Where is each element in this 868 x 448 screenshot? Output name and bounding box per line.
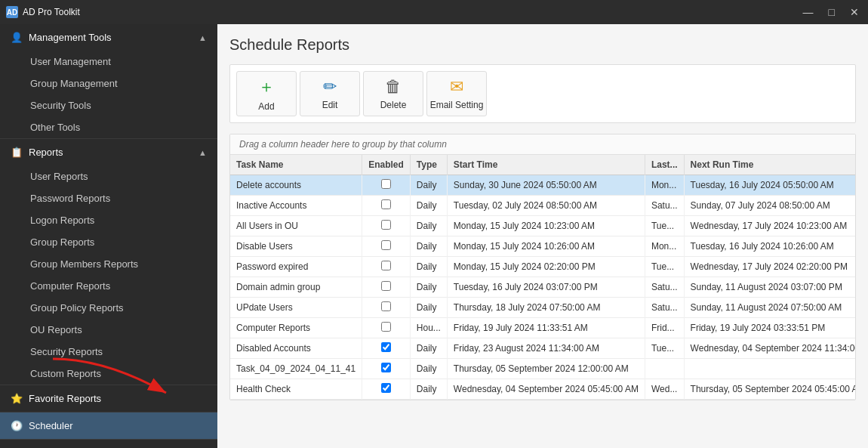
cell-next-run-time: Tuesday, 16 July 2024 10:26:00 AM [684,236,856,257]
cell-next-run-time: Wednesday, 04 September 2024 11:34:00 AM [684,338,856,359]
sidebar-section-management-header[interactable]: 👤 Management Tools ▲ [0,24,217,51]
app-icon: AD [6,6,18,18]
sidebar-section-settings: ⚙ Settings ▼ [0,440,217,448]
sidebar-item-password-reports[interactable]: Password Reports [0,187,217,209]
delete-button[interactable]: 🗑 Delete [363,71,423,116]
col-enabled[interactable]: Enabled [362,155,411,175]
toolbar: ＋ Add ✏ Edit 🗑 Delete ✉ Email Setting [229,64,856,123]
edit-button[interactable]: ✏ Edit [300,71,360,116]
cell-type: Daily [410,359,447,379]
enabled-checkbox[interactable] [381,261,391,270]
cell-enabled[interactable] [362,236,411,257]
cell-type: Daily [410,277,447,298]
cell-last [645,359,684,379]
minimize-button[interactable]: — [800,6,817,18]
maximize-button[interactable]: □ [826,6,838,18]
cell-last: Tue... [645,257,684,277]
edit-label: Edit [322,100,338,110]
add-label: Add [258,101,274,112]
table-row[interactable]: Task_04_09_2024_04_11_41DailyThursday, 0… [230,359,856,379]
table-header-row: Task Name Enabled Type Start Time Last..… [230,155,856,175]
scheduler-header[interactable]: 🕐 Scheduler [0,412,217,439]
cell-start-time: Friday, 19 July 2024 11:33:51 AM [447,318,645,338]
cell-task-name: Domain admin group [230,277,362,298]
cell-type: Daily [410,236,447,257]
cell-last: Satu... [645,277,684,298]
col-start-time[interactable]: Start Time [447,155,645,175]
table-row[interactable]: Disabled AccountsDailyFriday, 23 August … [230,338,856,359]
enabled-checkbox[interactable] [381,342,391,352]
table-row[interactable]: Disable UsersDailyMonday, 15 July 2024 1… [230,236,856,257]
table-row[interactable]: Password expiredDailyMonday, 15 July 202… [230,257,856,277]
cell-task-name: Computer Reports [230,318,362,338]
enabled-checkbox[interactable] [381,383,391,393]
cell-next-run-time: Wednesday, 17 July 2024 02:20:00 PM [684,257,856,277]
add-button[interactable]: ＋ Add [236,71,297,116]
sidebar-item-group-members-reports[interactable]: Group Members Reports [0,253,217,275]
cell-enabled[interactable] [362,359,411,379]
sidebar-item-security-reports[interactable]: Security Reports [0,341,217,363]
sidebar-item-ou-reports[interactable]: OU Reports [0,319,217,341]
sidebar-item-security-tools[interactable]: Security Tools [0,94,217,116]
sidebar-item-group-management[interactable]: Group Management [0,73,217,94]
cell-enabled[interactable] [362,318,411,338]
sidebar-item-user-reports[interactable]: User Reports [0,165,217,187]
sidebar-section-favorite-header[interactable]: ⭐ Favorite Reports [0,385,217,412]
cell-enabled[interactable] [362,298,411,318]
scheduler-icon: 🕐 [11,420,23,431]
sidebar-item-computer-reports[interactable]: Computer Reports [0,275,217,297]
sidebar-section-reports-header[interactable]: 📋 Reports ▲ [0,139,217,165]
reports-icon: 📋 [11,147,23,158]
cell-type: Daily [410,298,447,318]
cell-type: Daily [410,216,447,236]
cell-last: Satu... [645,298,684,318]
sidebar-item-other-tools[interactable]: Other Tools [0,116,217,138]
sidebar-section-settings-header[interactable]: ⚙ Settings ▼ [0,440,217,448]
cell-type: Daily [410,175,447,196]
management-tools-icon: 👤 [11,32,23,43]
sidebar-item-custom-reports[interactable]: Custom Reports [0,363,217,385]
cell-start-time: Tuesday, 02 July 2024 08:50:00 AM [447,196,645,216]
page-title: Schedule Reports [229,36,856,54]
sidebar-item-group-policy-reports[interactable]: Group Policy Reports [0,297,217,319]
cell-enabled[interactable] [362,257,411,277]
cell-next-run-time: Sunday, 07 July 2024 08:50:00 AM [684,196,856,216]
sidebar-item-logon-reports[interactable]: Logon Reports [0,209,217,231]
cell-enabled[interactable] [362,277,411,298]
enabled-checkbox[interactable] [381,301,391,311]
col-next-run-time[interactable]: Next Run Time [684,155,856,175]
cell-task-name: UPdate Users [230,298,362,318]
col-task-name[interactable]: Task Name [230,155,362,175]
table-row[interactable]: Inactive AccountsDailyTuesday, 02 July 2… [230,196,856,216]
enabled-checkbox[interactable] [381,281,391,291]
sidebar-item-user-management[interactable]: User Management [0,51,217,73]
col-last[interactable]: Last... [645,155,684,175]
email-setting-button[interactable]: ✉ Email Setting [426,71,487,116]
table-row[interactable]: Delete accountsDailySunday, 30 June 2024… [230,175,856,196]
enabled-checkbox[interactable] [381,363,391,372]
cell-enabled[interactable] [362,196,411,216]
cell-enabled[interactable] [362,379,411,400]
enabled-checkbox[interactable] [381,240,391,250]
edit-icon: ✏ [323,77,337,97]
table-row[interactable]: All Users in OUDailyMonday, 15 July 2024… [230,216,856,236]
table-row[interactable]: Health CheckDailyWednesday, 04 September… [230,379,856,400]
col-type[interactable]: Type [410,155,447,175]
cell-enabled[interactable] [362,338,411,359]
enabled-checkbox[interactable] [381,220,391,230]
cell-task-name: Health Check [230,379,362,400]
cell-enabled[interactable] [362,175,411,196]
cell-enabled[interactable] [362,216,411,236]
table-row[interactable]: Domain admin groupDailyTuesday, 16 July … [230,277,856,298]
close-button[interactable]: ✕ [847,6,862,18]
cell-type: Daily [410,257,447,277]
enabled-checkbox[interactable] [381,179,391,189]
window-controls[interactable]: — □ ✕ [800,6,862,18]
sidebar-item-group-reports[interactable]: Group Reports [0,231,217,253]
table-row[interactable]: Computer ReportsHou...Friday, 19 July 20… [230,318,856,338]
cell-last: Tue... [645,216,684,236]
enabled-checkbox[interactable] [381,199,391,209]
table-row[interactable]: UPdate UsersDailyThursday, 18 July 2024 … [230,298,856,318]
sidebar-section-reports: 📋 Reports ▲ User Reports Password Report… [0,139,217,385]
enabled-checkbox[interactable] [381,322,391,332]
